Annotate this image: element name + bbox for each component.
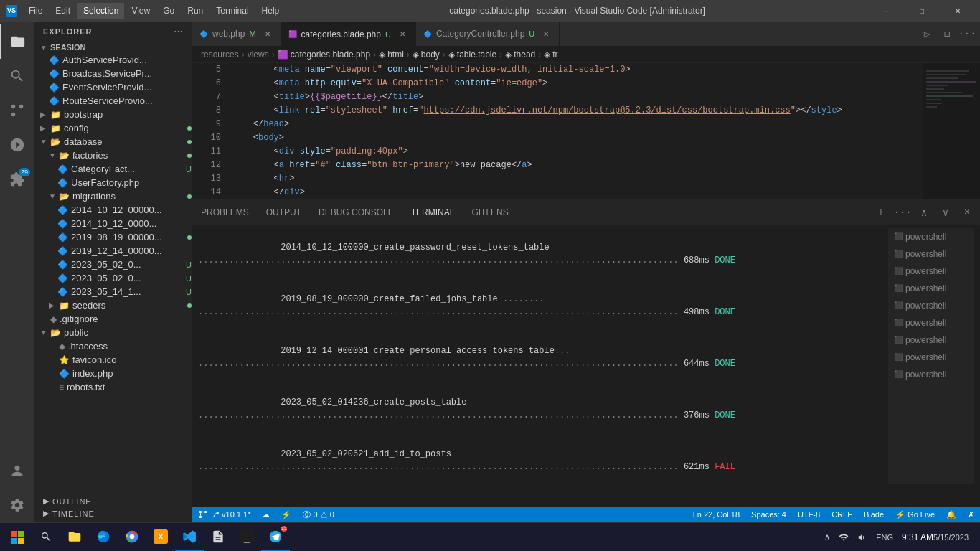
run-button[interactable]: ▷ xyxy=(917,24,937,44)
breadcrumb-thead[interactable]: ◈ thead xyxy=(505,50,535,60)
taskbar-terminal[interactable]: _ xyxy=(232,523,261,552)
sidebar-item-migration2[interactable]: 🔷 2014_10_12_0000... xyxy=(34,217,192,230)
taskbar-volume[interactable] xyxy=(854,523,870,552)
sidebar-item-migrations[interactable]: ▼ 📂 migrations xyxy=(34,189,192,203)
search-activity-icon[interactable] xyxy=(0,59,34,93)
taskbar-file-explorer[interactable] xyxy=(60,523,89,552)
git-activity-icon[interactable] xyxy=(0,93,34,128)
panel-chevron-up[interactable]: ∧ xyxy=(914,202,934,222)
sidebar-item-migration6[interactable]: 🔷 2023_05_02_0... U xyxy=(34,271,192,285)
status-notification[interactable]: 🔔 xyxy=(941,507,962,522)
terminal-ps-6[interactable]: ⬛ powershell xyxy=(888,314,974,331)
panel-tab-output[interactable]: OUTPUT xyxy=(258,200,310,225)
tab-webphp[interactable]: 🔷 web.php M ✕ xyxy=(192,22,281,47)
terminal-ps-8[interactable]: ⬛ powershell xyxy=(888,349,974,366)
tab-close-button[interactable]: ✕ xyxy=(397,29,408,40)
sidebar-item-bootstrap[interactable]: ▶ 📁 bootstrap xyxy=(34,108,192,121)
sidebar-root-folder[interactable]: ▼ SEASION xyxy=(34,42,192,53)
settings-activity-icon[interactable] xyxy=(0,488,34,522)
menu-edit[interactable]: Edit xyxy=(50,3,76,19)
panel-tab-debugconsole[interactable]: DEBUG CONSOLE xyxy=(310,200,402,225)
sidebar-item-migration7[interactable]: 🔷 2023_05_14_1... U xyxy=(34,285,192,298)
sidebar-item-categoryfactory[interactable]: 🔷 CategoryFact... U xyxy=(34,162,192,176)
breadcrumb-views[interactable]: views xyxy=(248,50,269,60)
sidebar-menu-icon[interactable]: ··· xyxy=(174,27,183,36)
taskbar-clock[interactable]: 9:31 AM 5/15/2023 xyxy=(899,523,971,552)
terminal-main[interactable]: 2014_10_12_100000_create_password_reset_… xyxy=(198,228,882,484)
breadcrumb-body[interactable]: ◈ body xyxy=(413,50,440,60)
terminal-ps-7[interactable]: ⬛ powershell xyxy=(888,331,974,349)
menu-selection[interactable]: Selection xyxy=(77,3,124,19)
status-eol[interactable]: CRLF xyxy=(826,507,858,522)
sidebar-item-migration5[interactable]: 🔷 2023_05_02_0... U xyxy=(34,258,192,271)
panel-chevron-down[interactable]: ∨ xyxy=(936,202,956,222)
panel-tab-terminal[interactable]: TERMINAL xyxy=(402,200,463,225)
sidebar-item-eventserviceprovider[interactable]: 🔷 EventServiceProvid... xyxy=(34,80,192,94)
status-errors[interactable]: ⓪ 0 △ 0 xyxy=(297,507,339,522)
close-button[interactable]: ✕ xyxy=(941,0,974,22)
status-close[interactable]: ✗ xyxy=(962,507,980,522)
status-lightning[interactable]: ⚡ xyxy=(275,507,297,522)
taskbar-vscode[interactable] xyxy=(175,523,204,552)
status-golive[interactable]: ⚡ Go Live xyxy=(890,507,941,522)
terminal-ps-9[interactable]: ⬛ powershell xyxy=(888,366,974,383)
tab-categorycontroller[interactable]: 🔷 CategoryController.php U ✕ xyxy=(416,22,560,47)
extensions-activity-icon[interactable]: 29 xyxy=(0,162,34,197)
panel-tab-gitlens[interactable]: GITLENS xyxy=(463,200,517,225)
account-activity-icon[interactable] xyxy=(0,453,34,488)
debug-activity-icon[interactable] xyxy=(0,128,34,162)
taskbar-show-hidden[interactable]: ∧ xyxy=(821,523,833,552)
terminal-ps-1[interactable]: ⬛ powershell xyxy=(888,228,974,245)
sidebar-item-migration1[interactable]: 🔷 2014_10_12_00000... xyxy=(34,203,192,217)
panel-more-button[interactable]: ··· xyxy=(892,202,913,222)
menu-go[interactable]: Go xyxy=(157,3,180,19)
taskbar-edge[interactable] xyxy=(89,523,118,552)
taskbar-notepad[interactable] xyxy=(204,523,232,552)
menu-help[interactable]: Help xyxy=(256,3,286,19)
panel-tab-problems[interactable]: PROBLEMS xyxy=(192,200,258,225)
sidebar-item-userfactory[interactable]: 🔷 UserFactory.php xyxy=(34,176,192,189)
split-editor-button[interactable]: ⊟ xyxy=(937,24,957,44)
sidebar-item-htaccess[interactable]: ◆ .htaccess xyxy=(34,339,192,353)
sidebar-item-routeserviceprovider[interactable]: 🔷 RouteServiceProvio... xyxy=(34,94,192,108)
sidebar-item-authserviceprovider[interactable]: 🔷 AuthServiceProvid... xyxy=(34,53,192,67)
menu-run[interactable]: Run xyxy=(182,3,209,19)
status-branch[interactable]: ⎇ v10.1.1* xyxy=(192,507,256,522)
terminal-ps-3[interactable]: ⬛ powershell xyxy=(888,263,974,280)
terminal-ps-2[interactable]: ⬛ powershell xyxy=(888,245,974,263)
sidebar-item-favicon[interactable]: ⭐ favicon.ico xyxy=(34,353,192,367)
breadcrumb-html[interactable]: ◈ html xyxy=(379,50,404,60)
status-encoding[interactable]: UTF-8 xyxy=(792,507,826,522)
code-editor[interactable]: 5 6 7 8 9 10 11 12 13 14 15 <meta name="… xyxy=(192,63,980,199)
status-language[interactable]: Blade xyxy=(858,507,890,522)
breadcrumb-tr[interactable]: ◈ tr xyxy=(544,50,557,60)
minimize-button[interactable]: ─ xyxy=(870,0,903,22)
breadcrumb-resources[interactable]: resources xyxy=(201,50,239,60)
sidebar-item-broadcastserviceprovider[interactable]: 🔷 BroadcastServicePr... xyxy=(34,67,192,80)
menu-view[interactable]: View xyxy=(126,3,156,19)
sidebar-item-indexphp[interactable]: 🔷 index.php xyxy=(34,367,192,380)
maximize-button[interactable]: □ xyxy=(905,0,938,22)
taskbar-search[interactable] xyxy=(32,523,60,552)
status-cloud[interactable]: ☁ xyxy=(256,507,275,522)
sidebar-item-seeders[interactable]: ▶ 📁 seeders xyxy=(34,298,192,312)
sidebar-item-config[interactable]: ▶ 📁 config xyxy=(34,121,192,135)
menu-file[interactable]: File xyxy=(23,3,48,19)
menu-terminal[interactable]: Terminal xyxy=(210,3,254,19)
sidebar-item-database[interactable]: ▼ 📂 database xyxy=(34,135,192,149)
outline-section[interactable]: ▶ OUTLINE xyxy=(34,495,192,507)
panel-close-button[interactable]: × xyxy=(957,202,977,222)
panel-add-button[interactable]: + xyxy=(871,202,891,222)
code-content[interactable]: <meta name="viewport" content="width=dev… xyxy=(227,63,923,199)
timeline-section[interactable]: ▶ TIMELINE xyxy=(34,507,192,519)
tab-close-button[interactable]: ✕ xyxy=(540,28,552,39)
taskbar-telegram[interactable]: 11 xyxy=(261,523,290,552)
terminal-ps-5[interactable]: ⬛ powershell xyxy=(888,297,974,314)
explorer-activity-icon[interactable] xyxy=(0,24,34,59)
status-spaces[interactable]: Spaces: 4 xyxy=(745,507,792,522)
start-button[interactable] xyxy=(3,523,32,552)
sidebar-item-migration4[interactable]: 🔷 2019_12_14_00000... xyxy=(34,244,192,258)
more-actions-button[interactable]: ··· xyxy=(957,24,977,44)
status-cursor[interactable]: Ln 22, Col 18 xyxy=(687,507,745,522)
taskbar-language[interactable]: ENG xyxy=(873,523,896,552)
